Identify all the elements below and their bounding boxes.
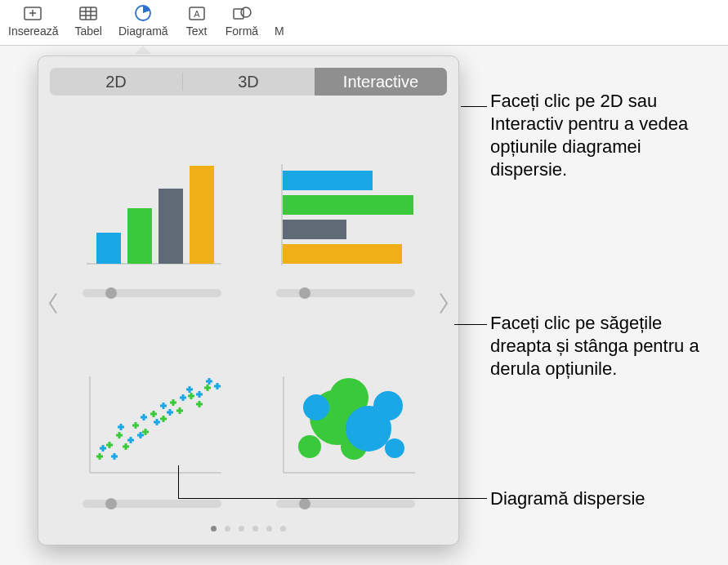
shape-icon [230, 3, 254, 23]
tab-interactive[interactable]: Interactive [315, 68, 447, 96]
page-dot[interactable] [239, 526, 244, 532]
table-button[interactable]: Tabel [66, 0, 109, 46]
table-label: Tabel [74, 24, 101, 38]
chart-option-grid [69, 110, 427, 508]
svg-rect-22 [283, 244, 402, 264]
shape-label: Formă [226, 24, 258, 38]
shape-button[interactable]: Formă [217, 0, 266, 46]
chart-picker-popover: 2D 3D Interactive [38, 56, 459, 545]
svg-point-81 [298, 435, 321, 458]
more-button[interactable]: M [266, 0, 293, 46]
svg-rect-16 [159, 189, 183, 264]
bar-chart-thumbnail [268, 153, 423, 276]
svg-rect-19 [283, 171, 373, 190]
toolbar: Inserează Tabel Diagramă A Text Formă M [0, 0, 728, 46]
style-slider[interactable] [276, 289, 415, 297]
table-icon [76, 3, 100, 23]
style-slider[interactable] [276, 500, 415, 508]
annotation-scatter: Diagramă dispersie [490, 487, 645, 510]
insert-label: Inserează [8, 24, 58, 38]
svg-rect-21 [283, 220, 346, 239]
page-dot[interactable] [211, 526, 217, 532]
page-dots [38, 516, 458, 545]
prev-page-arrow[interactable] [47, 291, 60, 320]
leader-line [454, 324, 487, 325]
scatter-chart-thumbnail [74, 364, 230, 487]
column-chart-thumbnail [74, 153, 230, 276]
annotation-tabs: Faceți clic pe 2D sau Interactiv pentru … [490, 90, 719, 182]
chart-icon [131, 3, 155, 23]
leader-line [461, 106, 487, 107]
page-dot[interactable] [266, 526, 272, 532]
svg-point-88 [385, 438, 404, 458]
text-icon: A [185, 3, 209, 23]
chart-grid-area [38, 96, 458, 516]
chart-label: Diagramă [118, 24, 168, 38]
svg-point-87 [373, 391, 403, 420]
svg-rect-3 [80, 7, 96, 20]
svg-rect-20 [283, 195, 413, 215]
tab-2d[interactable]: 2D [50, 68, 182, 96]
style-slider[interactable] [83, 500, 221, 508]
svg-point-85 [303, 394, 329, 420]
interactive-column-chart-option[interactable] [69, 110, 234, 297]
page-dot[interactable] [280, 526, 286, 532]
svg-rect-15 [127, 208, 152, 264]
style-slider[interactable] [83, 289, 221, 297]
insert-icon [21, 3, 46, 23]
insert-button[interactable]: Inserează [0, 0, 66, 46]
interactive-scatter-chart-option[interactable] [69, 322, 234, 509]
page-dot[interactable] [252, 526, 258, 532]
svg-rect-14 [96, 233, 121, 264]
interactive-bubble-chart-option[interactable] [263, 322, 427, 509]
interactive-bar-chart-option[interactable] [263, 110, 427, 297]
chart-button[interactable]: Diagramă [110, 0, 176, 46]
more-label: M [275, 24, 284, 38]
leader-line [178, 498, 487, 499]
svg-point-12 [241, 7, 251, 17]
text-label: Text [186, 24, 208, 38]
annotation-arrows: Faceți clic pe săgețile dreapta și stâng… [490, 312, 719, 380]
page-dot[interactable] [225, 526, 230, 532]
svg-rect-17 [190, 166, 214, 264]
tab-3d[interactable]: 3D [182, 68, 315, 96]
next-page-arrow[interactable] [437, 291, 450, 320]
svg-text:A: A [194, 9, 200, 19]
leader-line [178, 465, 179, 498]
bubble-chart-thumbnail [268, 364, 423, 487]
chart-type-segmented-control: 2D 3D Interactive [50, 68, 447, 96]
text-button[interactable]: A Text [176, 0, 217, 46]
